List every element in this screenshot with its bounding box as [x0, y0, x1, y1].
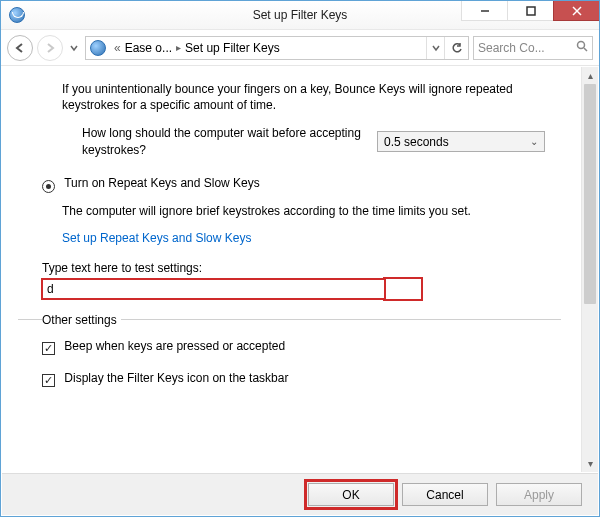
close-button[interactable] [553, 1, 599, 21]
cancel-button[interactable]: Cancel [402, 483, 488, 506]
bounce-keys-description: If you unintentionally bounce your finge… [62, 81, 561, 113]
wait-duration-value: 0.5 seconds [384, 135, 449, 149]
apply-button[interactable]: Apply [496, 483, 582, 506]
address-bar[interactable]: « Ease o... ▸ Set up Filter Keys [85, 36, 469, 60]
other-settings-legend: Other settings [42, 313, 121, 327]
back-button[interactable] [7, 35, 33, 61]
other-settings-group: Other settings ✓ Beep when keys are pres… [18, 313, 561, 387]
repeat-slow-keys-label: Turn on Repeat Keys and Slow Keys [64, 176, 260, 190]
search-icon [576, 40, 588, 55]
address-dropdown-button[interactable] [426, 37, 444, 59]
wait-duration-select[interactable]: 0.5 seconds ⌄ [377, 131, 545, 152]
setup-repeat-slow-keys-link[interactable]: Set up Repeat Keys and Slow Keys [62, 231, 561, 245]
maximize-button[interactable] [507, 1, 553, 21]
history-dropdown-button[interactable] [67, 35, 81, 61]
svg-rect-1 [527, 7, 535, 15]
test-input-label: Type text here to test settings: [42, 261, 561, 275]
chevron-down-icon: ⌄ [530, 136, 538, 147]
breadcrumb-seg-filterkeys[interactable]: Set up Filter Keys [185, 41, 280, 55]
titlebar: Set up Filter Keys [1, 1, 599, 30]
scrollbar-thumb[interactable] [584, 84, 596, 304]
refresh-button[interactable] [444, 37, 468, 59]
scroll-down-button[interactable]: ▾ [582, 455, 598, 472]
breadcrumb-seg-ease[interactable]: Ease o... [125, 41, 172, 55]
taskbar-icon-checkbox-label: Display the Filter Keys icon on the task… [64, 371, 288, 385]
forward-button[interactable] [37, 35, 63, 61]
wait-question-label: How long should the computer wait before… [82, 125, 367, 157]
navigation-bar: « Ease o... ▸ Set up Filter Keys Search … [1, 30, 599, 66]
test-settings-input[interactable] [42, 279, 385, 299]
ok-button[interactable]: OK [308, 483, 394, 506]
content-pane: If you unintentionally bounce your finge… [2, 67, 581, 472]
window: Set up Filter Keys « Ease o... [0, 0, 600, 517]
chevron-right-icon: ▸ [172, 42, 185, 53]
beep-checkbox[interactable]: ✓ [42, 342, 55, 355]
beep-checkbox-label: Beep when keys are pressed or accepted [64, 339, 285, 353]
scroll-up-button[interactable]: ▴ [582, 67, 598, 84]
svg-line-5 [584, 48, 587, 51]
search-input[interactable]: Search Co... [473, 36, 593, 60]
repeat-slow-keys-description: The computer will ignore brief keystroke… [62, 203, 561, 219]
minimize-button[interactable] [461, 1, 507, 21]
taskbar-icon-checkbox[interactable]: ✓ [42, 374, 55, 387]
vertical-scrollbar[interactable]: ▴ ▾ [581, 67, 598, 472]
svg-point-4 [578, 42, 585, 49]
control-panel-icon [90, 40, 106, 56]
repeat-slow-keys-radio[interactable] [42, 180, 55, 193]
breadcrumb-prefix: « [110, 41, 125, 55]
search-placeholder: Search Co... [478, 41, 545, 55]
button-bar: OK Cancel Apply [2, 473, 598, 515]
